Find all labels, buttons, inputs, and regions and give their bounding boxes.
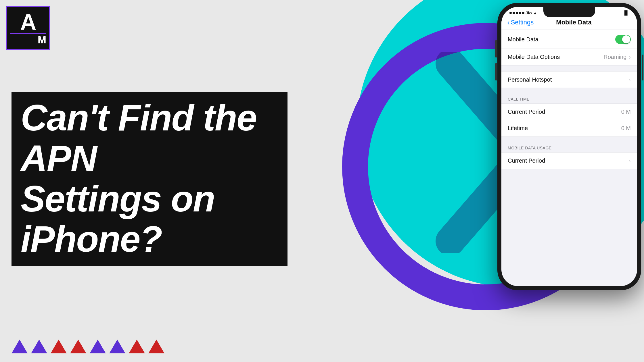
usage-chevron-icon: ›	[629, 157, 631, 164]
iphone-notch	[543, 7, 595, 17]
title-line1: Can't Find the APN	[21, 97, 256, 179]
signal-dot-1	[509, 12, 512, 14]
mobile-data-options-label: Mobile Data Options	[508, 54, 560, 60]
current-period-value: 0 M	[621, 109, 631, 115]
usage-current-period-cell[interactable]: Current Period ›	[501, 152, 637, 169]
signal-dot-4	[519, 12, 521, 14]
spacer-2	[501, 88, 637, 94]
settings-list: Mobile Data Mobile Data Options Roaming …	[501, 30, 637, 169]
personal-hotspot-section: Personal Hotspot ›	[501, 71, 637, 88]
signal-dot-2	[513, 12, 515, 14]
main-title-block: Can't Find the APN Settings on iPhone?	[12, 92, 288, 266]
decorative-triangles	[12, 340, 164, 353]
usage-section: Current Period ›	[501, 152, 637, 169]
toggle-knob	[622, 35, 630, 43]
carrier-name: Jio	[526, 10, 532, 15]
power-button	[642, 55, 643, 80]
iphone-body: Jio ▲ ▐▌ ‹ Settings Mobile Data	[497, 3, 641, 290]
signal-dot-5	[522, 12, 524, 14]
call-time-section-header: CALL TIME	[501, 94, 637, 103]
lifetime-value: 0 M	[621, 125, 631, 132]
brand-logo: A M	[6, 6, 50, 50]
call-time-header-text: CALL TIME	[508, 97, 530, 101]
personal-hotspot-chevron-icon: ›	[629, 76, 631, 83]
lifetime-label: Lifetime	[508, 125, 528, 132]
mobile-data-usage-header-text: MOBILE DATA USAGE	[508, 146, 552, 150]
triangle-4	[70, 340, 86, 353]
iphone-mockup: Jio ▲ ▐▌ ‹ Settings Mobile Data	[497, 3, 644, 359]
spacer-1	[501, 66, 637, 71]
mobile-data-toggle[interactable]	[615, 35, 631, 44]
navigation-bar: ‹ Settings Mobile Data	[501, 16, 637, 30]
volume-up-button	[495, 40, 497, 57]
mobile-data-label: Mobile Data	[508, 36, 538, 43]
title-line2: Settings on iPhone?	[21, 178, 215, 260]
mobile-data-options-chevron-icon: ›	[629, 54, 631, 60]
signal-strength	[509, 12, 524, 14]
triangle-6	[109, 340, 125, 353]
status-right-icons: ▐▌	[623, 10, 629, 15]
battery-icon: ▐▌	[623, 10, 629, 15]
main-title: Can't Find the APN Settings on iPhone?	[21, 98, 278, 259]
logo-letter-a: A	[20, 11, 36, 33]
lifetime-cell: Lifetime 0 M	[501, 120, 637, 137]
call-time-section: Current Period 0 M Lifetime 0 M	[501, 103, 637, 137]
mobile-data-options-value: Roaming	[603, 54, 626, 60]
usage-current-period-label: Current Period	[508, 157, 545, 164]
current-period-label: Current Period	[508, 109, 545, 115]
triangle-1	[12, 340, 28, 353]
page-title: Mobile Data	[534, 19, 614, 26]
wifi-icon: ▲	[533, 10, 537, 15]
mobile-data-usage-header: MOBILE DATA USAGE	[501, 143, 637, 152]
spacer-3	[501, 137, 637, 143]
mobile-data-section: Mobile Data Mobile Data Options Roaming …	[501, 30, 637, 66]
current-period-cell: Current Period 0 M	[501, 103, 637, 120]
triangle-8	[148, 340, 164, 353]
mobile-data-cell[interactable]: Mobile Data	[501, 30, 637, 49]
back-button[interactable]: ‹ Settings	[507, 19, 534, 26]
back-chevron-icon: ‹	[507, 19, 510, 26]
signal-dot-3	[516, 12, 518, 14]
iphone-screen: Jio ▲ ▐▌ ‹ Settings Mobile Data	[501, 7, 637, 286]
triangle-7	[129, 340, 145, 353]
carrier-info: Jio ▲	[509, 10, 537, 15]
mobile-data-options-cell[interactable]: Mobile Data Options Roaming ›	[501, 49, 637, 66]
triangle-5	[90, 340, 106, 353]
personal-hotspot-cell[interactable]: Personal Hotspot ›	[501, 71, 637, 88]
triangle-2	[31, 340, 47, 353]
triangle-3	[51, 340, 67, 353]
volume-down-button	[495, 63, 497, 80]
back-label: Settings	[511, 19, 534, 26]
logo-letter-m: M	[10, 33, 46, 45]
personal-hotspot-label: Personal Hotspot	[508, 76, 552, 83]
